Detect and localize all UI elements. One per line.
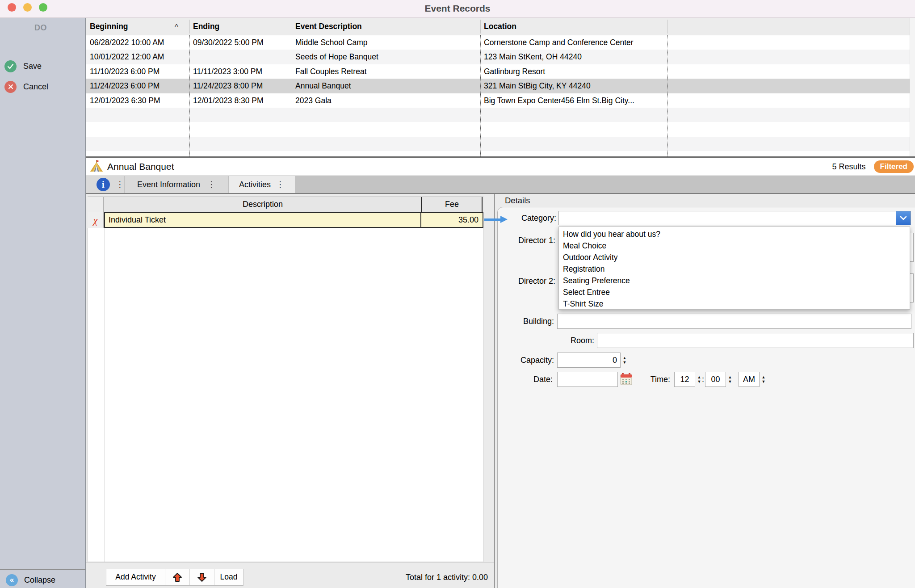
activity-row-highlight[interactable]: Individual Ticket 35.00 (104, 212, 483, 228)
app-window: Event Records DO Save Cancel « Collapse … (0, 0, 915, 588)
cell-description: Seeds of Hope Banquet (295, 50, 477, 64)
stepper-down-icon[interactable]: ▼ (697, 380, 701, 384)
dropdown-option[interactable]: Outdoor Activity (559, 252, 910, 263)
capacity-input[interactable]: 0 (557, 353, 621, 368)
empty-row (86, 151, 915, 158)
stepper-up-icon[interactable]: ▲ (728, 375, 732, 379)
dropdown-option[interactable]: Meal Choice (559, 240, 910, 252)
table-row-selected[interactable]: 11/24/2023 6:00 PM 11/24/2023 8:00 PM An… (86, 79, 915, 93)
category-combobox[interactable] (558, 211, 911, 225)
red-up-arrow-icon (172, 572, 183, 583)
dropdown-option[interactable]: Select Entree (559, 286, 910, 298)
stepper-up-icon[interactable]: ▲ (697, 375, 701, 379)
table-row[interactable]: 11/10/2023 6:00 PM 11/11/2023 3:00 PM Fa… (86, 64, 915, 79)
time-meridiem-input[interactable]: AM (739, 372, 760, 387)
menu-dots-icon[interactable]: ⋮ (276, 176, 285, 193)
tab-label: Event Information (137, 180, 200, 189)
tab-event-information[interactable]: Event Information ⋮ (124, 176, 228, 193)
events-table: Beginning ^ Ending Event Description Loc… (86, 18, 915, 158)
header-separator (189, 20, 190, 34)
chevron-down-icon (900, 216, 907, 220)
activities-toolbar: Add Activity Load Total for 1 activity: … (86, 562, 494, 588)
table-row[interactable]: 10/01/2022 12:00 AM Seeds of Hope Banque… (86, 50, 915, 64)
cell-beginning: 11/24/2023 6:00 PM (90, 79, 186, 93)
table-row[interactable]: 06/28/2022 10:00 AM 09/30/2022 5:00 PM M… (86, 35, 915, 50)
cell-ending: 11/11/2023 3:00 PM (193, 64, 289, 79)
collapse-chevron-icon: « (6, 574, 18, 586)
events-scrollbar[interactable] (910, 18, 915, 156)
column-header-fee[interactable]: Fee (421, 197, 483, 212)
collapse-button[interactable]: « Collapse (6, 573, 55, 587)
stepper-down-icon[interactable]: ▼ (623, 361, 627, 365)
cell-ending (193, 50, 289, 64)
category-label: Category: (508, 211, 556, 225)
date-input[interactable] (557, 372, 618, 387)
cell-description: 2023 Gala (295, 93, 477, 108)
time-minute-input[interactable]: 00 (705, 372, 726, 387)
cell-location: Cornerstone Camp and Conference Center (484, 35, 664, 50)
column-divider (292, 35, 292, 156)
minute-stepper[interactable]: ▲ ▼ (727, 373, 733, 386)
cancel-x-icon (4, 81, 17, 93)
add-activity-button[interactable]: Add Activity (106, 569, 165, 585)
stepper-up-icon[interactable]: ▲ (762, 375, 766, 379)
cancel-button[interactable]: Cancel (4, 80, 48, 93)
table-row[interactable]: 12/01/2023 6:30 PM 12/01/2023 8:30 PM 20… (86, 93, 915, 108)
room-input[interactable] (597, 333, 914, 348)
empty-row (86, 137, 915, 151)
stepper-down-icon[interactable]: ▼ (728, 380, 732, 384)
calendar-icon[interactable] (620, 373, 632, 385)
column-divider (189, 35, 190, 156)
tab-bar: i ⋮ Event Information ⋮ Activities ⋮ (86, 176, 915, 194)
dropdown-option[interactable]: Registration (559, 263, 910, 275)
cell-ending: 12/01/2023 8:30 PM (193, 93, 289, 108)
header-separator (667, 20, 668, 34)
dropdown-option[interactable]: How did you hear about us? (559, 228, 910, 240)
menu-dots-icon[interactable]: ⋮ (207, 176, 216, 193)
capacity-label: Capacity: (508, 353, 554, 367)
info-segment: i ⋮ (86, 176, 124, 193)
combo-dropdown-button[interactable] (896, 211, 911, 225)
activity-row-selected[interactable]: χ Individual Ticket 35.00 (88, 212, 483, 228)
activity-description: Individual Ticket (109, 213, 417, 227)
cell-description: Annual Banquet (295, 79, 477, 93)
stepper-up-icon[interactable]: ▲ (623, 356, 627, 360)
sidebar: DO Save Cancel « Collapse (0, 18, 86, 588)
save-check-icon (4, 60, 17, 72)
collapse-label: Collapse (24, 575, 55, 585)
building-input[interactable] (557, 314, 911, 329)
save-button[interactable]: Save (4, 60, 42, 72)
column-header-beginning[interactable]: Beginning (90, 18, 128, 35)
pane-divider (494, 194, 495, 588)
room-label: Room: (540, 333, 594, 348)
delete-activity-icon[interactable]: χ (93, 214, 98, 226)
results-count: 5 Results (832, 162, 866, 172)
tab-activities[interactable]: Activities ⋮ (228, 176, 295, 193)
column-header-activity-description[interactable]: Description (104, 197, 421, 212)
details-panel-label: Details (505, 196, 530, 206)
header-separator (292, 20, 292, 34)
move-down-button[interactable] (190, 569, 214, 585)
cell-beginning: 10/01/2022 12:00 AM (90, 50, 186, 64)
save-label: Save (23, 62, 42, 71)
meridiem-stepper[interactable]: ▲ ▼ (760, 373, 767, 386)
capacity-stepper[interactable]: ▲ ▼ (621, 353, 628, 367)
events-table-header: Beginning ^ Ending Event Description Loc… (86, 18, 915, 35)
column-divider (667, 35, 668, 156)
filtered-badge[interactable]: Filtered (874, 160, 914, 173)
move-up-button[interactable] (165, 569, 190, 585)
column-header-description[interactable]: Event Description (295, 18, 362, 35)
stepper-down-icon[interactable]: ▼ (762, 380, 766, 384)
load-button[interactable]: Load (214, 569, 243, 585)
empty-row (86, 108, 915, 122)
dropdown-option[interactable]: T-Shirt Size (559, 298, 910, 310)
dropdown-option[interactable]: Seating Preference (559, 275, 910, 286)
time-hour-input[interactable]: 12 (674, 372, 695, 387)
sort-ascending-icon: ^ (175, 18, 178, 35)
category-dropdown-list: How did you hear about us? Meal Choice O… (558, 227, 910, 310)
menu-dots-icon[interactable]: ⋮ (116, 176, 124, 193)
column-header-location[interactable]: Location (484, 18, 516, 35)
column-header-ending[interactable]: Ending (193, 18, 219, 35)
hour-stepper[interactable]: ▲ ▼ (696, 373, 702, 386)
info-icon[interactable]: i (97, 178, 110, 191)
